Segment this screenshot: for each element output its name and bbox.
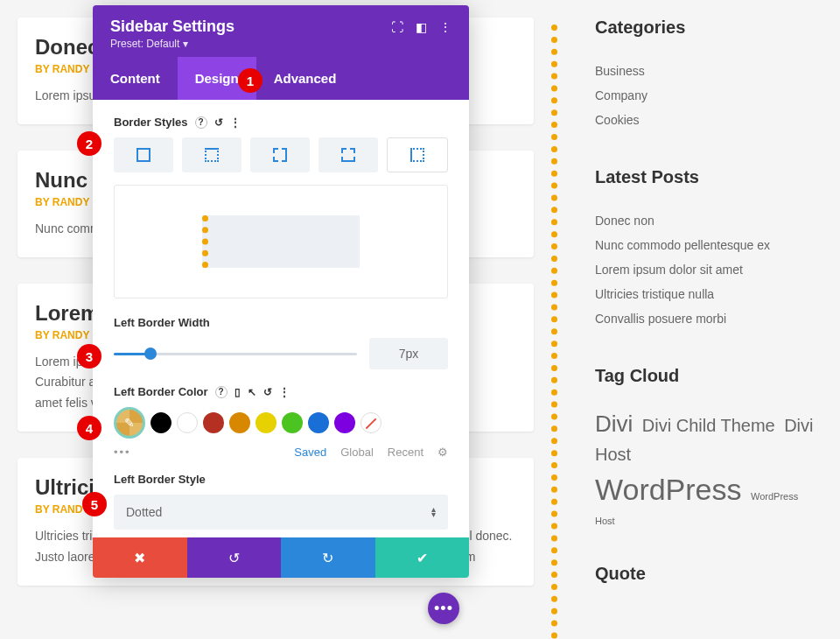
palette-settings-icon[interactable]: ⚙ bbox=[438, 446, 448, 459]
responsive-icon[interactable]: ▯ bbox=[234, 386, 241, 398]
left-border-width-input[interactable] bbox=[369, 338, 448, 369]
cancel-button[interactable]: ✖ bbox=[93, 537, 187, 578]
tag-link[interactable]: Divi bbox=[595, 411, 633, 437]
panel-title: Sidebar Settings bbox=[110, 18, 234, 36]
more-icon[interactable]: ⋮ bbox=[439, 20, 452, 34]
latest-post-link[interactable]: Convallis posuere morbi bbox=[595, 306, 822, 331]
color-swatch-yellow[interactable] bbox=[256, 412, 276, 433]
reset-icon[interactable]: ↺ bbox=[214, 116, 223, 129]
panel-header[interactable]: Sidebar Settings ⛶ ◧ ⋮ Preset: Default ▾ bbox=[93, 5, 469, 57]
tag-cloud-widget: Tag Cloud Divi Divi Child Theme Divi Hos… bbox=[595, 366, 822, 529]
left-border-width-label: Left Border Width bbox=[114, 316, 448, 329]
palette-saved-tab[interactable]: Saved bbox=[294, 446, 326, 459]
color-swatch-red[interactable] bbox=[203, 412, 224, 433]
tab-content[interactable]: Content bbox=[93, 57, 178, 100]
sidebar-settings-panel: Sidebar Settings ⛶ ◧ ⋮ Preset: Default ▾… bbox=[93, 5, 469, 578]
color-swatch-black[interactable] bbox=[150, 412, 172, 433]
palette-dots-icon[interactable]: ••• bbox=[114, 446, 131, 459]
reset-icon[interactable]: ↺ bbox=[263, 386, 272, 398]
annotation-badge-4: 4 bbox=[77, 416, 102, 440]
category-link[interactable]: Cookies bbox=[595, 108, 822, 132]
redo-button[interactable]: ↻ bbox=[281, 537, 375, 578]
border-left-button[interactable] bbox=[387, 137, 448, 172]
panel-body: Border Styles ? ↺ ⋮ Left Border Width bbox=[93, 100, 469, 537]
palette-global-tab[interactable]: Global bbox=[340, 446, 374, 459]
category-link[interactable]: Business bbox=[595, 59, 822, 83]
border-preview-inner bbox=[202, 215, 360, 268]
annotation-badge-3: 3 bbox=[77, 344, 102, 369]
color-swatch-green[interactable] bbox=[282, 412, 303, 433]
latest-post-link[interactable]: Ultricies tristique nulla bbox=[595, 282, 822, 306]
border-side-picker bbox=[114, 137, 448, 172]
color-swatch-white[interactable] bbox=[177, 412, 198, 433]
widget-title: Latest Posts bbox=[595, 167, 822, 187]
tab-advanced[interactable]: Advanced bbox=[256, 57, 354, 100]
left-border-color-label: Left Border Color ? ▯ ↖ ↺ ⋮ bbox=[114, 385, 448, 398]
latest-posts-widget: Latest Posts Donec non Nunc commodo pell… bbox=[595, 167, 822, 331]
color-palette-tabs: ••• Saved Global Recent ⚙ bbox=[114, 446, 448, 459]
sidebar-column: Categories Business Company Cookies Late… bbox=[578, 18, 840, 619]
widget-title: Quote bbox=[595, 564, 822, 584]
panel-tabs: Content Design Advanced bbox=[93, 57, 469, 100]
left-border-style-select[interactable]: Dotted ▴▾ bbox=[114, 495, 448, 530]
left-border-dotted-preview bbox=[551, 25, 557, 639]
help-icon[interactable]: ? bbox=[215, 386, 228, 398]
color-swatches: ✎ bbox=[114, 407, 448, 439]
annotation-badge-5: 5 bbox=[82, 492, 107, 516]
latest-post-link[interactable]: Donec non bbox=[595, 208, 822, 233]
color-swatch-blue[interactable] bbox=[308, 412, 329, 433]
left-border-width-slider[interactable] bbox=[114, 353, 357, 355]
palette-recent-tab[interactable]: Recent bbox=[388, 446, 424, 459]
border-right-button[interactable] bbox=[250, 137, 310, 172]
more-icon[interactable]: ⋮ bbox=[279, 386, 290, 398]
border-preview bbox=[114, 185, 448, 298]
eyedropper-swatch[interactable]: ✎ bbox=[114, 407, 145, 439]
latest-post-link[interactable]: Lorem ipsum dolor sit amet bbox=[595, 257, 822, 282]
annotation-badge-1: 1 bbox=[238, 68, 262, 93]
quote-widget: Quote bbox=[595, 564, 822, 584]
save-button[interactable]: ✔ bbox=[375, 537, 470, 578]
snap-icon[interactable]: ◧ bbox=[416, 20, 427, 34]
category-link[interactable]: Company bbox=[595, 83, 822, 108]
border-styles-label: Border Styles ? ↺ ⋮ bbox=[114, 116, 448, 129]
border-bottom-button[interactable] bbox=[318, 137, 378, 172]
color-swatch-none[interactable] bbox=[360, 412, 382, 433]
annotation-badge-2: 2 bbox=[77, 131, 102, 156]
categories-widget: Categories Business Company Cookies bbox=[595, 18, 822, 132]
color-swatch-orange[interactable] bbox=[229, 412, 250, 433]
hover-icon[interactable]: ↖ bbox=[248, 386, 256, 398]
tag-link[interactable]: Divi Child Theme bbox=[642, 416, 775, 435]
border-all-button[interactable] bbox=[114, 137, 173, 172]
border-top-button[interactable] bbox=[182, 137, 242, 172]
color-swatch-purple[interactable] bbox=[334, 412, 355, 433]
help-icon[interactable]: ? bbox=[195, 116, 207, 129]
left-border-style-label: Left Border Style bbox=[114, 473, 448, 486]
latest-post-link[interactable]: Nunc commodo pellentesque ex bbox=[595, 233, 822, 257]
slider-thumb[interactable] bbox=[144, 348, 157, 360]
more-icon[interactable]: ⋮ bbox=[230, 116, 241, 129]
undo-button[interactable]: ↺ bbox=[187, 537, 282, 578]
tag-link[interactable]: WordPress bbox=[595, 473, 742, 506]
preset-dropdown[interactable]: Preset: Default ▾ bbox=[110, 38, 452, 50]
fab-more-button[interactable]: ••• bbox=[428, 593, 459, 624]
panel-footer: ✖ ↺ ↻ ✔ bbox=[93, 537, 469, 578]
select-arrows-icon: ▴▾ bbox=[431, 507, 436, 517]
widget-title: Categories bbox=[595, 18, 822, 38]
expand-icon[interactable]: ⛶ bbox=[391, 20, 403, 34]
widget-title: Tag Cloud bbox=[595, 366, 822, 386]
